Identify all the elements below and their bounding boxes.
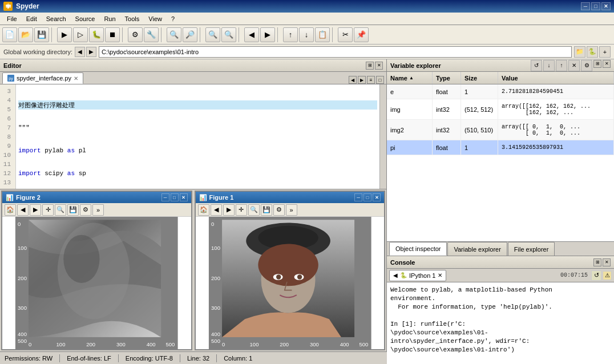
- figure-2-maximize[interactable]: □: [171, 193, 179, 201]
- figure-1-close[interactable]: ✕: [373, 193, 381, 201]
- fig1-pan-button[interactable]: ✛: [236, 204, 247, 216]
- var-settings-button[interactable]: ⚙: [581, 60, 592, 71]
- maximize-button[interactable]: □: [591, 2, 600, 10]
- forward-button[interactable]: ▶: [260, 27, 275, 42]
- figure-1-maximize[interactable]: □: [363, 193, 371, 201]
- cut-button[interactable]: ✂: [338, 27, 353, 42]
- col-header-type[interactable]: Type: [433, 72, 461, 84]
- tab-nav-left[interactable]: ◀: [349, 76, 357, 84]
- var-row-pi[interactable]: pi float 1 3.1415926535897931: [387, 140, 614, 155]
- var-exclude-button[interactable]: ✕: [568, 60, 580, 71]
- tab-nav-right[interactable]: ▶: [358, 76, 366, 84]
- fig1-settings-button[interactable]: ⚙: [273, 204, 285, 216]
- fig2-back-button[interactable]: ◀: [17, 204, 29, 216]
- fig1-more-button[interactable]: »: [286, 204, 297, 216]
- var-import-button[interactable]: ↓: [543, 60, 555, 71]
- var-row-e[interactable]: e float 1 2.7182818284590451: [387, 84, 614, 99]
- var-float-button[interactable]: ⊞: [593, 60, 601, 68]
- wd-python-button[interactable]: 🐍: [587, 46, 598, 58]
- wd-path-input[interactable]: [99, 46, 572, 58]
- console-tab-close[interactable]: ✕: [438, 272, 442, 278]
- editor-float-button[interactable]: ⊞: [366, 62, 374, 70]
- var-cell-img2-name: img2: [387, 120, 433, 140]
- figure-2-close[interactable]: ✕: [180, 193, 188, 201]
- wd-forward-button[interactable]: ▶: [86, 47, 96, 57]
- col-header-size[interactable]: Size: [461, 72, 498, 84]
- editor-close-button[interactable]: ✕: [375, 62, 383, 70]
- new-file-button[interactable]: 📄: [2, 27, 17, 42]
- var-cell-img2-size: (510, 510): [461, 120, 498, 140]
- zoom-in-button[interactable]: 🔍: [205, 27, 220, 42]
- minimize-button[interactable]: ─: [581, 2, 590, 10]
- menu-file[interactable]: File: [2, 14, 22, 23]
- debug-button[interactable]: 🐛: [89, 27, 104, 42]
- var-export-button[interactable]: ↑: [556, 60, 567, 71]
- code-editor[interactable]: 3 4 5 6 7 8 9 10 11 12 13 对图像进行浮雕处理 """ …: [0, 84, 386, 189]
- run-cell-button[interactable]: ▷: [73, 27, 88, 42]
- col-header-value[interactable]: Value: [498, 72, 614, 84]
- menu-edit[interactable]: Edit: [22, 14, 42, 23]
- var-cell-pi-name: pi: [387, 140, 433, 155]
- console-output[interactable]: Welcome to pylab, a matplotlib-based Pyt…: [387, 282, 614, 364]
- fig1-forward-button[interactable]: ▶: [223, 204, 235, 216]
- search-button[interactable]: 🔍: [167, 27, 181, 42]
- var-row-img2[interactable]: img2 int32 (510, 510) array([[ 0, 1, 0, …: [387, 120, 614, 140]
- editor-tab-spyder-interface[interactable]: py spyder_interface.py ✕: [2, 72, 83, 84]
- code-text-area[interactable]: 对图像进行浮雕处理 """ import pylab as pl import …: [16, 84, 379, 189]
- console-close-button[interactable]: ✕: [603, 258, 611, 266]
- fig2-more-button[interactable]: »: [92, 204, 104, 216]
- wd-back-button[interactable]: ◀: [75, 47, 85, 57]
- status-permissions: Permissions: RW: [5, 355, 52, 362]
- next-button[interactable]: ↓: [299, 27, 314, 42]
- stop-button[interactable]: ⏹: [105, 27, 120, 42]
- menu-help[interactable]: ?: [167, 14, 179, 23]
- tab-variable-explorer[interactable]: Variable explorer: [447, 242, 507, 256]
- editor-options-button[interactable]: □: [376, 76, 384, 84]
- figure-2-minimize[interactable]: ─: [161, 193, 169, 201]
- fig2-zoom-button[interactable]: 🔍: [55, 204, 66, 216]
- editor-scrollbar[interactable]: [379, 84, 386, 189]
- fig2-save-button[interactable]: 💾: [67, 204, 79, 216]
- copy-button[interactable]: 📋: [315, 27, 330, 42]
- fig1-save-button[interactable]: 💾: [261, 204, 272, 216]
- preferences-button[interactable]: ⚙: [128, 27, 143, 42]
- var-row-img[interactable]: img int32 (512, 512) array([[162, 162, 1…: [387, 99, 614, 120]
- wd-browse-button[interactable]: 📁: [574, 46, 585, 58]
- zoom-out-button[interactable]: 🔍: [221, 27, 236, 42]
- menu-tools[interactable]: Tools: [120, 14, 144, 23]
- fig1-zoom-button[interactable]: 🔍: [248, 204, 260, 216]
- fig2-settings-button[interactable]: ⚙: [80, 204, 91, 216]
- open-file-button[interactable]: 📂: [18, 27, 33, 42]
- tab-file-explorer[interactable]: File explorer: [508, 242, 555, 256]
- fig1-back-button[interactable]: ◀: [211, 204, 222, 216]
- fig2-home-button[interactable]: 🏠: [5, 204, 16, 216]
- back-button[interactable]: ◀: [244, 27, 259, 42]
- wd-refresh-button[interactable]: +: [599, 46, 611, 58]
- var-close-button[interactable]: ✕: [603, 60, 611, 68]
- var-refresh-button[interactable]: ↺: [531, 60, 542, 71]
- fig2-forward-button[interactable]: ▶: [30, 204, 41, 216]
- col-header-name[interactable]: Name ▲: [387, 72, 433, 84]
- close-button[interactable]: ✕: [601, 2, 611, 10]
- prev-button[interactable]: ↑: [283, 27, 298, 42]
- console-tab-ipython[interactable]: ◀ 🐍 IPython 1 ✕: [389, 270, 446, 281]
- menu-search[interactable]: Search: [42, 14, 71, 23]
- search2-button[interactable]: 🔎: [183, 27, 197, 42]
- figure-1-minimize[interactable]: ─: [354, 193, 362, 201]
- menu-view[interactable]: View: [144, 14, 167, 23]
- console-float-button[interactable]: ⊞: [593, 258, 601, 266]
- menu-source[interactable]: Source: [71, 14, 100, 23]
- fig2-pan-button[interactable]: ✛: [42, 204, 54, 216]
- tab-close-button[interactable]: ✕: [74, 75, 78, 82]
- menu-run[interactable]: Run: [99, 14, 120, 23]
- console-reload-button[interactable]: ↺: [591, 270, 601, 281]
- paste-button[interactable]: 📌: [354, 27, 369, 42]
- save-file-button[interactable]: 💾: [34, 27, 49, 42]
- tab-list-button[interactable]: ≡: [367, 76, 375, 84]
- tab-object-inspector[interactable]: Object inspector: [389, 242, 447, 256]
- figure-1-toolbar: 🏠 ◀ ▶ ✛ 🔍 💾 ⚙ »: [196, 203, 385, 217]
- console-warning-button[interactable]: ⚠: [603, 271, 612, 280]
- fig1-home-button[interactable]: 🏠: [198, 204, 209, 216]
- settings2-button[interactable]: 🔧: [144, 27, 159, 42]
- run-button[interactable]: ▶: [57, 27, 72, 42]
